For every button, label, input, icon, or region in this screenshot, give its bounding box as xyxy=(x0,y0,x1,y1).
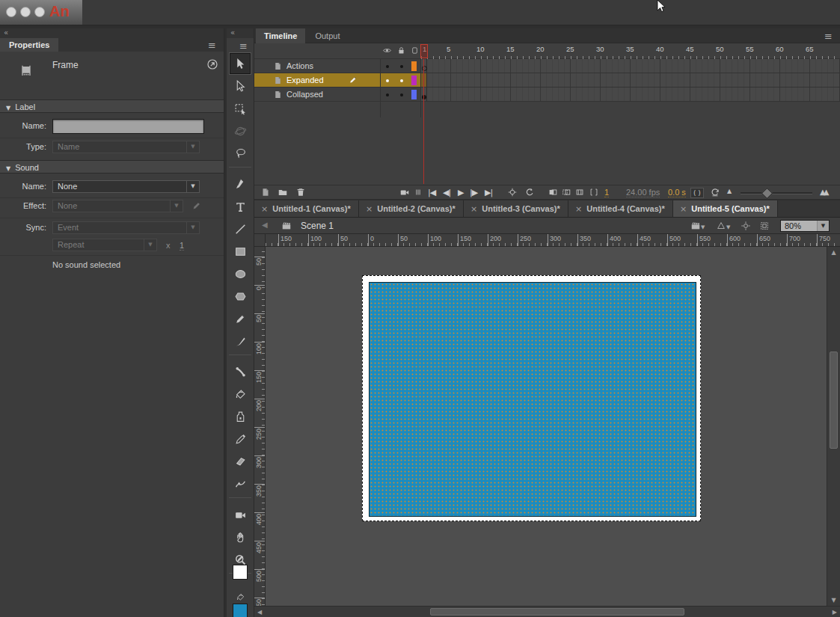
zoom-in-frames-button[interactable]: ▲▲ xyxy=(820,188,827,196)
zoom-out-frames-button[interactable]: ▲ xyxy=(727,188,732,194)
section-header-label[interactable]: ▼Label xyxy=(0,99,224,113)
eyedropper-tool[interactable] xyxy=(230,429,251,449)
lasso-tool[interactable] xyxy=(230,143,251,164)
scroll-down-arrow[interactable]: ▼ xyxy=(827,597,840,604)
horizontal-scrollbar-thumb[interactable] xyxy=(430,608,684,616)
close-icon[interactable]: × xyxy=(680,204,687,214)
edit-symbols-button[interactable]: ▼ xyxy=(716,221,730,233)
collapse-panel-button[interactable]: « xyxy=(0,28,224,38)
close-icon[interactable]: × xyxy=(261,204,268,214)
reset-timeline-zoom-button[interactable] xyxy=(710,187,720,199)
hand-tool[interactable] xyxy=(230,527,251,547)
new-folder-button[interactable] xyxy=(278,187,288,199)
paint-bucket-tool[interactable] xyxy=(230,384,251,405)
close-icon[interactable]: × xyxy=(366,204,373,214)
layer-visibility-dot[interactable] xyxy=(386,93,389,96)
rectangle-tool[interactable] xyxy=(230,241,251,262)
3d-rotation-tool[interactable] xyxy=(230,120,251,141)
edit-scene-button[interactable]: ▼ xyxy=(690,221,705,233)
stroke-color-swatch[interactable] xyxy=(233,565,248,580)
elapsed-time-indicator[interactable]: 0.0 s xyxy=(668,188,686,197)
tab-properties[interactable]: Properties xyxy=(0,38,58,52)
layer-lock-dot[interactable] xyxy=(400,93,403,96)
show-hide-layers-icon[interactable] xyxy=(382,46,392,57)
fill-color-swatch[interactable] xyxy=(233,604,248,617)
modify-markers-button[interactable] xyxy=(589,187,599,199)
panel-menu-icon[interactable]: ≡ xyxy=(239,41,248,51)
keyframe-cell[interactable] xyxy=(421,88,427,101)
keyframe-cell[interactable] xyxy=(421,59,427,73)
stage-pasteboard[interactable] xyxy=(266,247,827,606)
layer-name[interactable]: Expanded xyxy=(286,76,324,85)
section-header-sound[interactable]: ▼Sound xyxy=(0,160,224,174)
pencil-tool[interactable] xyxy=(230,308,251,329)
stroke-color-control[interactable] xyxy=(230,553,250,580)
onion-skin-outlines-button[interactable] xyxy=(561,187,571,199)
layer-lock-dot[interactable] xyxy=(400,79,403,82)
vertical-scrollbar-thumb[interactable] xyxy=(830,352,838,449)
timeline-zoom-slider[interactable] xyxy=(741,192,812,194)
line-tool[interactable] xyxy=(230,218,251,239)
new-layer-button[interactable] xyxy=(260,187,271,199)
oval-tool[interactable] xyxy=(230,263,251,284)
vertical-scrollbar[interactable]: ▲ ▼ xyxy=(827,247,840,606)
frame-label-name-input[interactable] xyxy=(52,119,204,134)
timeline-tab[interactable]: Timeline xyxy=(256,28,305,43)
timeline-layer-row[interactable]: Actions xyxy=(254,59,840,73)
camera-tool[interactable] xyxy=(230,504,251,525)
frame-rate-indicator[interactable]: 24.00 fps xyxy=(626,188,660,197)
window-zoom-button[interactable] xyxy=(34,7,45,17)
go-to-first-frame-button[interactable]: |◀ xyxy=(428,188,435,197)
playhead-marker[interactable] xyxy=(420,44,428,58)
document-tab[interactable]: × Untitled-3 (Canvas)* xyxy=(464,200,568,217)
free-transform-tool[interactable] xyxy=(230,98,251,119)
current-frame-indicator[interactable]: 1 xyxy=(604,188,609,197)
polystar-tool[interactable] xyxy=(230,286,251,307)
horizontal-scrollbar[interactable]: ◀ ▶ xyxy=(254,606,840,617)
edit-multiple-frames-button[interactable] xyxy=(574,187,585,199)
scroll-up-arrow[interactable]: ▲ xyxy=(827,249,840,256)
layer-visibility-dot[interactable] xyxy=(386,79,389,82)
play-button[interactable]: ▶ xyxy=(458,188,463,197)
selected-rectangle-shape[interactable] xyxy=(369,282,696,517)
layer-name[interactable]: Actions xyxy=(286,61,313,70)
collapse-tools-button[interactable]: « xyxy=(227,28,254,38)
sound-name-dropdown[interactable]: None ▼ xyxy=(52,180,200,193)
layer-outline-color-swatch[interactable] xyxy=(411,90,417,99)
subselection-tool[interactable] xyxy=(230,76,251,96)
frame-ruler[interactable]: 15101520253035404550556065 xyxy=(421,43,840,59)
quick-share-icon[interactable] xyxy=(206,58,218,70)
layer-lock-dot[interactable] xyxy=(400,65,403,68)
layer-frames[interactable] xyxy=(421,73,840,87)
layer-visibility-dot[interactable] xyxy=(386,65,389,68)
panel-menu-icon[interactable]: ≡ xyxy=(824,31,833,41)
close-icon[interactable]: × xyxy=(470,204,477,214)
fill-color-control[interactable] xyxy=(230,592,250,617)
timeline-layer-row[interactable]: Expanded xyxy=(254,73,840,88)
close-icon[interactable]: × xyxy=(575,204,582,214)
document-tab[interactable]: × Untitled-4 (Canvas)* xyxy=(568,200,673,217)
pen-tool[interactable] xyxy=(230,174,251,194)
delete-layer-button[interactable] xyxy=(295,187,306,199)
layer-name[interactable]: Collapsed xyxy=(286,90,323,99)
scroll-left-arrow[interactable]: ◀ xyxy=(257,609,262,616)
document-tab[interactable]: × Untitled-5 (Canvas)* xyxy=(673,200,778,217)
brush-tool[interactable] xyxy=(230,331,251,352)
add-camera-button[interactable] xyxy=(399,187,410,199)
timeline-layer-row[interactable]: Collapsed xyxy=(254,88,840,102)
eraser-tool[interactable] xyxy=(230,451,251,472)
center-stage-button[interactable] xyxy=(741,221,751,233)
go-to-last-frame-button[interactable]: ▶| xyxy=(485,188,492,197)
repeat-count-value[interactable]: 1 xyxy=(180,241,184,251)
stage-zoom-dropdown[interactable]: 80% ▼ xyxy=(780,220,830,232)
step-back-button[interactable]: ◀| xyxy=(443,188,450,197)
loop-playback-button[interactable] xyxy=(524,187,535,199)
layer-outline-color-swatch[interactable] xyxy=(411,76,417,85)
onion-skin-button[interactable] xyxy=(548,187,558,199)
document-tab[interactable]: × Untitled-2 (Canvas)* xyxy=(359,200,464,217)
playhead-line[interactable] xyxy=(423,59,424,184)
center-frame-button[interactable] xyxy=(507,187,518,199)
panel-menu-icon[interactable]: ≡ xyxy=(208,40,216,50)
document-tab[interactable]: × Untitled-1 (Canvas)* xyxy=(254,200,359,217)
width-tool[interactable] xyxy=(230,473,251,494)
